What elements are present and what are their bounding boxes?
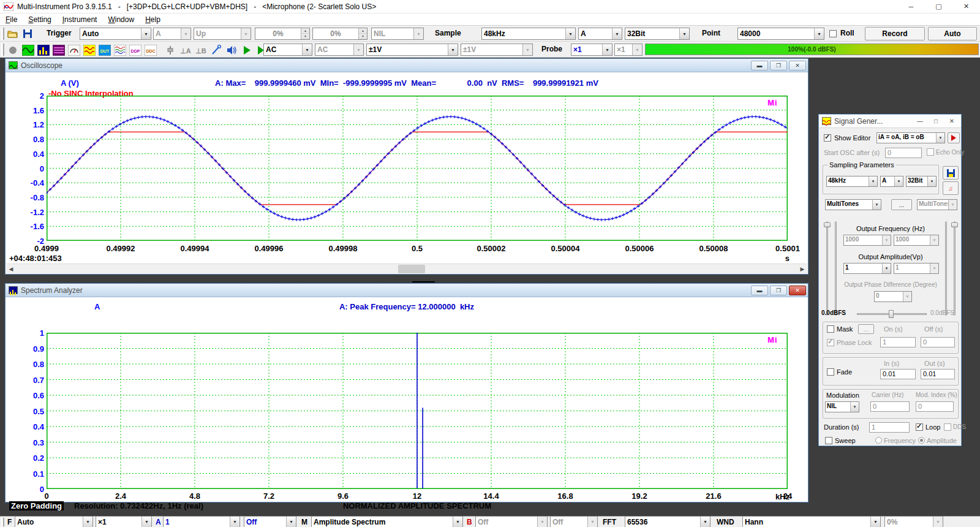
sample-bits-select[interactable]: 32Bit▼ xyxy=(625,28,690,40)
y-tick-label: -1.2 xyxy=(17,207,44,216)
signal-generator-titlebar[interactable]: Signal Gener... — □ ✕ xyxy=(819,115,961,128)
point-count-select[interactable]: 48000▼ xyxy=(737,28,824,40)
data-logger-icon[interactable] xyxy=(113,44,127,57)
mod-index-input[interactable]: 0 xyxy=(916,401,954,412)
minimize-button[interactable]: ─ xyxy=(897,0,925,13)
generator-sample-rate-select[interactable]: 48kHz▼ xyxy=(826,176,878,187)
y-tick-label: -0.8 xyxy=(17,192,44,202)
oscilloscope-hscrollbar[interactable]: ◀ ▶ xyxy=(6,264,807,273)
scroll-right-icon[interactable]: ▶ xyxy=(797,264,807,274)
spectrum-3d-plot-icon[interactable] xyxy=(51,44,66,57)
balance-slider-handle[interactable] xyxy=(889,310,894,318)
generator-bits-select[interactable]: 32Bit▼ xyxy=(906,176,937,187)
menu-item-setting[interactable]: Setting xyxy=(23,14,56,25)
maximize-button[interactable]: ▢ xyxy=(925,0,952,13)
close-button[interactable]: ✕ xyxy=(945,116,959,126)
level-a-slider-track[interactable] xyxy=(826,221,828,316)
level-a2-slider-track[interactable] xyxy=(835,221,837,316)
auto-button[interactable]: Auto xyxy=(928,27,977,40)
close-button[interactable]: ✕ xyxy=(952,0,980,13)
input-fader-icon[interactable] xyxy=(163,44,178,57)
fft-size-select[interactable]: 65536▼ xyxy=(625,516,710,527)
loop-checkbox[interactable] xyxy=(916,423,923,431)
oscilloscope-icon[interactable] xyxy=(21,44,36,57)
a-persistence-select[interactable]: Off▼ xyxy=(244,516,296,527)
minimize-button[interactable]: ▬ xyxy=(751,61,768,70)
mask-checkbox[interactable] xyxy=(827,325,834,333)
trigger-level-spinner[interactable]: 0% ▲▼ xyxy=(255,28,310,40)
frequency-mode-select[interactable]: Auto▼ xyxy=(15,516,93,527)
menu-item-window[interactable]: Window xyxy=(102,14,140,25)
menu-item-file[interactable]: File xyxy=(0,14,23,25)
multimeter-icon[interactable] xyxy=(67,44,81,57)
menu-item-help[interactable]: Help xyxy=(140,14,166,25)
duration-input[interactable]: 1 xyxy=(869,422,910,433)
roll-checkbox[interactable] xyxy=(829,30,837,37)
menu-item-instrument[interactable]: Instrument xyxy=(57,14,103,25)
show-editor-checkbox[interactable] xyxy=(824,134,831,142)
close-button[interactable]: ✕ xyxy=(789,286,806,295)
start-osc-input[interactable]: 0 xyxy=(885,148,922,158)
probe-calibration-icon[interactable] xyxy=(209,44,224,57)
carrier-input[interactable]: 0 xyxy=(870,401,910,412)
play-note-button[interactable]: ♫ xyxy=(943,181,959,195)
sweep-checkbox[interactable] xyxy=(825,437,832,444)
level-b2-slider-track[interactable] xyxy=(945,221,947,316)
waveform-a-select[interactable]: MultiTones▼ xyxy=(825,199,881,210)
oscilloscope-plot[interactable] xyxy=(47,96,788,241)
routing-select[interactable]: iA = oA, iB = oB▼ xyxy=(876,132,945,143)
mask-on-input[interactable]: 1 xyxy=(880,337,916,347)
amplitude-a-select[interactable]: 1▼ xyxy=(843,263,891,274)
measurement-mode-select[interactable]: Amplitude Spectrum▼ xyxy=(311,516,463,527)
frequency-mult-select[interactable]: ×1▼ xyxy=(96,516,152,527)
open-file-button[interactable] xyxy=(6,27,20,40)
minimize-button[interactable]: — xyxy=(913,116,927,126)
toolbar-grip[interactable] xyxy=(1,44,4,56)
sample-channel-select[interactable]: A▼ xyxy=(578,28,622,40)
scrollbar-thumb[interactable] xyxy=(398,265,425,273)
chevron-down-icon: ▼ xyxy=(448,44,458,55)
save-signal-button[interactable] xyxy=(943,166,959,180)
toolbar-grip[interactable] xyxy=(1,28,4,40)
maximize-button[interactable]: □ xyxy=(929,116,943,126)
window-function-select[interactable]: Hann▼ xyxy=(742,516,881,527)
trigger-mode-select[interactable]: Auto▼ xyxy=(80,28,151,40)
spectrum-titlebar[interactable]: Spectrum Analyzer ▬ ❐ ✕ xyxy=(6,284,808,297)
trigger-delay-spinner[interactable]: 0% ▲▼ xyxy=(312,28,368,40)
modulation-select[interactable]: NIL▼ xyxy=(825,401,859,412)
coupling-a-select[interactable]: AC▼ xyxy=(263,44,312,56)
ground-b-icon[interactable]: ⊥B xyxy=(194,44,208,57)
restore-button[interactable]: ❐ xyxy=(770,286,787,295)
minimize-button[interactable]: ▬ xyxy=(751,286,768,295)
statusbar-grip[interactable] xyxy=(1,518,4,526)
generator-run-button[interactable] xyxy=(948,132,960,143)
signal-generator-icon[interactable] xyxy=(82,44,97,57)
sound-output-icon[interactable] xyxy=(224,44,239,57)
spectrum-analyzer-icon[interactable] xyxy=(36,44,51,57)
a-scale-select[interactable]: 1▼ xyxy=(163,516,240,527)
run-icon[interactable] xyxy=(239,44,254,57)
ddc-icon[interactable]: DDC xyxy=(143,44,158,57)
level-b-slider-track[interactable] xyxy=(954,221,956,316)
scroll-left-icon[interactable]: ◀ xyxy=(6,264,16,274)
oscilloscope-titlebar[interactable]: Oscilloscope ▬ ❐ ✕ xyxy=(6,59,808,72)
device-test-plan-icon[interactable]: DUT xyxy=(97,44,112,57)
x-tick-label: 0.49992 xyxy=(93,244,148,253)
probe-a-select[interactable]: ×1▼ xyxy=(571,44,612,56)
record-button[interactable]: Record xyxy=(865,27,925,40)
fade-checkbox[interactable] xyxy=(827,368,834,376)
waveform-more-button[interactable]: ... xyxy=(891,199,912,210)
sample-rate-select[interactable]: 48kHz▼ xyxy=(481,28,576,40)
fade-out-input[interactable]: 0.01 xyxy=(921,369,955,379)
save-button[interactable] xyxy=(20,27,35,40)
range-a-select[interactable]: ±1V▼ xyxy=(366,44,458,56)
close-button[interactable]: ✕ xyxy=(789,61,806,70)
spectrum-plot[interactable] xyxy=(47,333,788,489)
ddp-viewer-icon[interactable]: DDP xyxy=(128,44,143,57)
record-icon[interactable] xyxy=(6,44,20,57)
ground-a-icon[interactable]: ⊥A xyxy=(178,44,193,57)
fade-in-input[interactable]: 0.01 xyxy=(880,369,916,379)
mask-off-input[interactable]: 0 xyxy=(921,337,955,347)
generator-channel-select[interactable]: A▼ xyxy=(880,176,903,187)
restore-button[interactable]: ❐ xyxy=(770,61,787,70)
